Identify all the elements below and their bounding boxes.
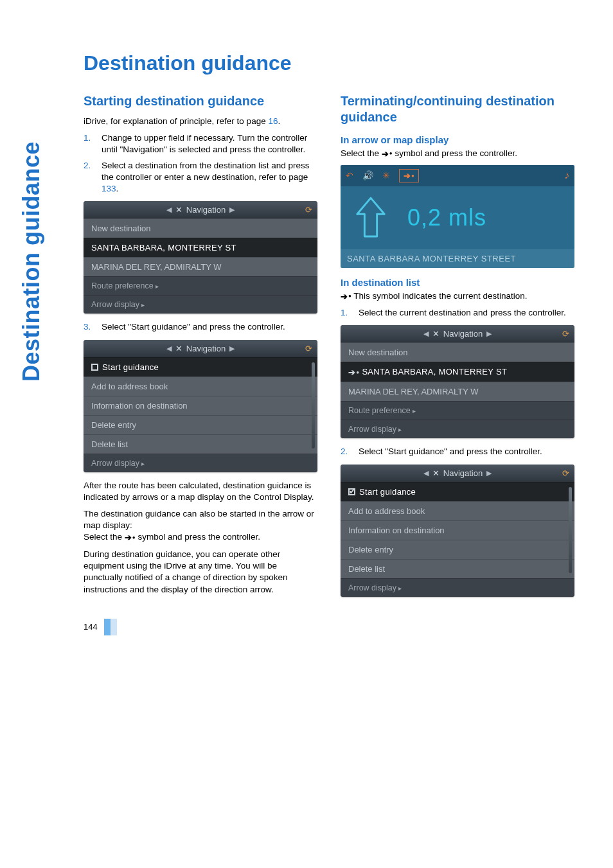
- row-marina: MARINA DEL REY, ADMIRALTY W: [341, 382, 574, 401]
- ss-title: Navigation: [443, 329, 483, 339]
- step2-b: .: [116, 184, 119, 193]
- p2-text: This symbol indicates the current destin…: [351, 291, 528, 301]
- para2b-post: symbol and press the controller.: [136, 532, 260, 542]
- row-santa-barbara: SANTA BARBARA, MONTERREY ST: [84, 238, 317, 257]
- page-number-bar: 144: [84, 619, 574, 635]
- distance-value: 0,2 mls: [407, 204, 486, 231]
- row-arrow-display: Arrow display▸: [341, 420, 574, 438]
- nav-sat-icon: ✕: [175, 344, 182, 353]
- para2a: The destination guidance can also be sta…: [84, 509, 314, 530]
- arrow-dot-icon: [125, 532, 136, 544]
- row-delete-entry: Delete entry: [84, 415, 317, 434]
- page-number: 144: [84, 622, 104, 632]
- map-toolbar: ↶ 🔊 ✳ ♪: [341, 165, 574, 186]
- chevron-right-icon: ▶: [486, 469, 492, 477]
- ss-title: Navigation: [186, 344, 226, 353]
- arrow-dot-icon: [348, 368, 359, 377]
- sub-destination-list: In destination list: [341, 277, 574, 288]
- arrow-dot-icon: [404, 171, 414, 181]
- nav-screenshot-1: ◀ ✕ Navigation ▶ ⟳ New destination SANTA…: [84, 201, 317, 314]
- para-also-started: The destination guidance can also be sta…: [84, 508, 317, 544]
- page-title: Destination guidance: [84, 51, 574, 75]
- p-symbol-indicates: This symbol indicates the current destin…: [341, 290, 574, 303]
- r-step-2-text: Select "Start guidance" and press the co…: [359, 446, 542, 457]
- row-start-guidance: Start guidance: [341, 482, 574, 501]
- nav-screenshot-3: ◀ ✕ Navigation ▶ ⟳ New destination SANTA…: [341, 325, 574, 438]
- row-add-address: Add to address book: [341, 501, 574, 520]
- nav-screenshot-2: ◀ ✕ Navigation ▶ ⟳ Start guidance Add to…: [84, 340, 317, 472]
- r-step-1: 1. Select the current destination and pr…: [341, 307, 574, 319]
- nav-screenshot-4: ◀ ✕ Navigation ▶ ⟳ Start guidance Add to…: [341, 465, 574, 597]
- clock-icon: ⟳: [562, 329, 569, 339]
- up-arrow-icon: [352, 195, 389, 240]
- left-column: Starting destination guidance iDrive, fo…: [84, 93, 317, 605]
- intro-paragraph: iDrive, for explanation of principle, re…: [84, 116, 317, 127]
- r-step-2: 2. Select "Start guidance" and press the…: [341, 446, 574, 457]
- ss-title: Navigation: [443, 468, 483, 478]
- sub-arrow-map: In arrow or map display: [341, 134, 574, 145]
- step-number: 3.: [84, 321, 95, 333]
- map-arrow-screenshot: ↶ 🔊 ✳ ♪ 0,2 mls SANTA BARBARA MONTERREY …: [341, 165, 574, 268]
- chevron-left-icon: ◀: [423, 469, 429, 477]
- p1-pre: Select the: [341, 148, 382, 158]
- p-select-symbol: Select the symbol and press the controll…: [341, 148, 574, 160]
- step-number: 2.: [341, 446, 352, 457]
- clock-icon: ⟳: [562, 468, 569, 478]
- step-number: 2.: [84, 160, 95, 195]
- step-2: 2. Select a destination from the destina…: [84, 160, 317, 195]
- nav-sat-icon: ✕: [432, 468, 440, 478]
- row-start-guidance: Start guidance: [84, 357, 317, 376]
- chevron-left-icon: ◀: [166, 206, 172, 214]
- page-link-133[interactable]: 133: [102, 184, 116, 193]
- step-number: 1.: [84, 132, 95, 155]
- section-starting: Starting destination guidance: [84, 93, 317, 109]
- para-after-route: After the route has been calculated, des…: [84, 480, 317, 503]
- ss-header: ◀ ✕ Navigation ▶ ⟳: [84, 201, 317, 218]
- chevron-left-icon: ◀: [423, 330, 429, 338]
- chevron-right-icon: ▶: [229, 206, 235, 214]
- row-arrow-display: Arrow display▸: [84, 295, 317, 314]
- step-2-text: Select a destination from the destinatio…: [102, 160, 317, 195]
- row-arrow-display: Arrow display▸: [341, 578, 574, 597]
- chevron-right-icon: ▶: [229, 344, 235, 353]
- ss-header: ◀ ✕ Navigation ▶ ⟳: [341, 325, 574, 342]
- page-link-16[interactable]: 16: [268, 116, 278, 126]
- step-number: 1.: [341, 307, 352, 319]
- chevron-right-icon: ▶: [486, 330, 492, 338]
- music-note-icon: ♪: [564, 170, 569, 181]
- row-new-destination: New destination: [341, 342, 574, 362]
- step-3: 3. Select "Start guidance" and press the…: [84, 321, 317, 333]
- para2b-pre: Select the: [84, 532, 125, 542]
- checkbox-checked-icon: [348, 488, 355, 495]
- row-delete-list: Delete list: [341, 559, 574, 578]
- step2-a: Select a destination from the destinatio…: [102, 161, 309, 182]
- right-column: Terminating/continuing destination guida…: [341, 93, 574, 605]
- nav-sat-icon: ✕: [175, 205, 182, 215]
- ss-header: ◀ ✕ Navigation ▶ ⟳: [341, 465, 574, 482]
- row-arrow-display: Arrow display▸: [84, 454, 317, 472]
- intro-text-a: iDrive, for explanation of principle, re…: [84, 116, 268, 126]
- row-route-pref: Route preference▸: [84, 276, 317, 295]
- p1-post: symbol and press the controller.: [393, 148, 517, 158]
- page-bar-accent: [104, 619, 111, 635]
- side-tab: Destination guidance: [18, 141, 45, 382]
- clock-icon: ⟳: [305, 205, 312, 215]
- step-1: 1. Change to upper field if necessary. T…: [84, 132, 317, 155]
- arrow-dot-icon: [382, 148, 393, 160]
- r-step-1-text: Select the current destination and press…: [359, 307, 566, 319]
- intro-text-b: .: [278, 116, 280, 126]
- arrow-dot-icon: [341, 291, 351, 303]
- map-mid: 0,2 mls: [341, 186, 574, 249]
- row-new-destination: New destination: [84, 218, 317, 238]
- nav-sat-icon: ✕: [432, 329, 440, 339]
- row-marina: MARINA DEL REY, ADMIRALTY W: [84, 257, 317, 276]
- row-delete-entry: Delete entry: [341, 540, 574, 559]
- arrow-dot-box: [399, 169, 419, 182]
- row-info-dest: Information on destination: [84, 396, 317, 415]
- ss-title: Navigation: [186, 205, 226, 215]
- clock-icon: ⟳: [305, 344, 312, 353]
- ss-header: ◀ ✕ Navigation ▶ ⟳: [84, 340, 317, 357]
- row-info-dest: Information on destination: [341, 520, 574, 540]
- step-3-text: Select "Start guidance" and press the co…: [102, 321, 285, 333]
- checkbox-empty-icon: [91, 364, 98, 371]
